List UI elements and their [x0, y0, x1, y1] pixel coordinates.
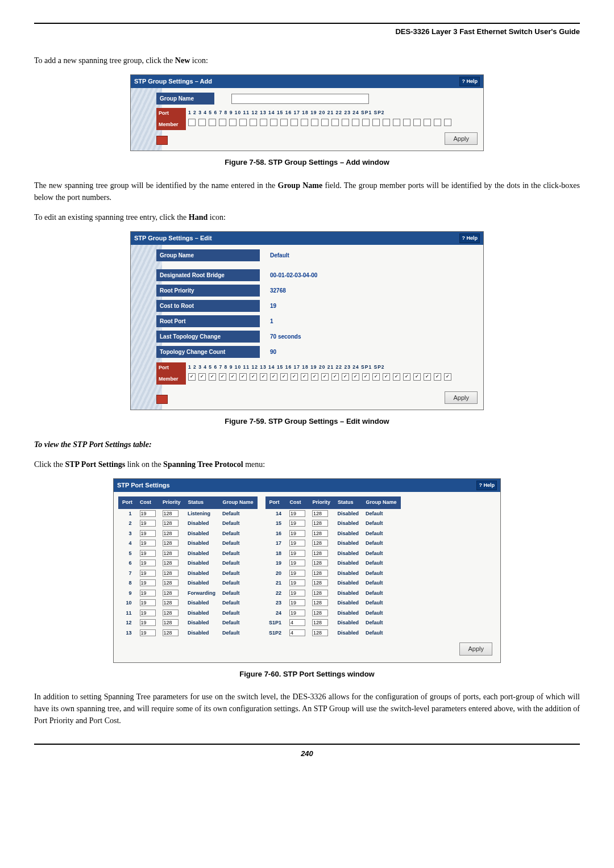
port-settings-right-table: PortCostPriorityStatusGroup Name14Disabl…: [265, 496, 401, 638]
priority-input[interactable]: [312, 610, 328, 616]
cost-input[interactable]: [140, 619, 156, 626]
intro-add-bold: New: [175, 56, 190, 65]
cost-input[interactable]: [140, 579, 156, 586]
intro-edit-post: icon:: [208, 213, 226, 222]
cost-input[interactable]: [289, 579, 305, 586]
priority-input[interactable]: [163, 510, 179, 517]
table-row: 16DisabledDefault: [265, 529, 400, 539]
header-rule: [34, 23, 580, 24]
apply-button[interactable]: Apply: [445, 391, 478, 404]
cost-input[interactable]: [140, 520, 156, 527]
stp-edit-panel: STP Group Settings – Edit ? Help Group N…: [130, 231, 484, 411]
apply-button[interactable]: Apply: [459, 642, 492, 656]
edit-row-value: 00-01-02-03-04-00: [260, 271, 478, 279]
cost-input[interactable]: [289, 619, 305, 626]
priority-input[interactable]: [163, 530, 179, 537]
priority-input[interactable]: [163, 619, 179, 626]
member-label: Member: [156, 119, 186, 131]
edit-row-value: 1: [260, 317, 478, 326]
cost-input[interactable]: [140, 570, 156, 577]
group-name-label: Group Name: [156, 93, 214, 105]
cost-input[interactable]: [289, 629, 305, 636]
help-button[interactable]: ? Help: [476, 481, 497, 491]
group-name-input[interactable]: [231, 94, 369, 104]
after-add: The new spanning tree group will be iden…: [34, 180, 580, 203]
cost-input[interactable]: [140, 530, 156, 537]
cost-input[interactable]: [289, 550, 305, 557]
cost-input[interactable]: [140, 550, 156, 557]
cost-input[interactable]: [289, 610, 305, 616]
view-line-b1: STP Port Settings: [65, 460, 125, 469]
priority-input[interactable]: [163, 520, 179, 527]
edit-row-label: Group Name: [156, 249, 260, 261]
cost-input[interactable]: [140, 560, 156, 566]
view-line-mid: link on the: [125, 460, 163, 469]
exit-icon[interactable]: [156, 395, 168, 404]
cost-input[interactable]: [289, 520, 305, 527]
priority-input[interactable]: [163, 590, 179, 596]
priority-input[interactable]: [312, 550, 328, 557]
edit-row-label: Last Topology Change: [156, 331, 260, 343]
cost-input[interactable]: [289, 590, 305, 596]
priority-input[interactable]: [312, 540, 328, 546]
help-button[interactable]: ? Help: [459, 77, 480, 87]
cost-input[interactable]: [140, 629, 156, 636]
priority-input[interactable]: [312, 599, 328, 606]
view-line-post: menu:: [243, 460, 265, 469]
table-row: 5DisabledDefault: [119, 549, 258, 559]
priority-input[interactable]: [163, 629, 179, 636]
priority-input[interactable]: [312, 520, 328, 527]
view-heading: To view the STP Port Settings table:: [34, 439, 580, 450]
help-button[interactable]: ? Help: [459, 233, 480, 244]
page-number: 240: [34, 744, 580, 760]
priority-input[interactable]: [312, 530, 328, 537]
priority-input[interactable]: [312, 629, 328, 636]
priority-input[interactable]: [312, 619, 328, 626]
table-row: 3DisabledDefault: [119, 529, 258, 539]
edit-row-label: Root Port: [156, 315, 260, 327]
cost-input[interactable]: [289, 510, 305, 517]
cost-input[interactable]: [140, 590, 156, 596]
view-line-b2: Spanning Tree Protocol: [163, 460, 243, 469]
table-row: 4DisabledDefault: [119, 539, 258, 549]
stp-add-panel: STP Group Settings – Add ? Help Group Na…: [130, 74, 484, 152]
cost-input[interactable]: [140, 610, 156, 616]
priority-input[interactable]: [312, 510, 328, 517]
cost-input[interactable]: [289, 540, 305, 546]
cost-input[interactable]: [140, 510, 156, 517]
cost-input[interactable]: [289, 530, 305, 537]
member-checkboxes[interactable]: [186, 118, 455, 127]
priority-input[interactable]: [163, 540, 179, 546]
priority-input[interactable]: [163, 579, 179, 586]
cost-input[interactable]: [289, 560, 305, 566]
priority-input[interactable]: [163, 550, 179, 557]
exit-icon[interactable]: [156, 136, 168, 145]
cost-input[interactable]: [289, 570, 305, 577]
cost-input[interactable]: [289, 599, 305, 606]
col-header: Priority: [309, 497, 334, 509]
cost-input[interactable]: [140, 540, 156, 546]
member-checkboxes[interactable]: [186, 372, 455, 382]
col-header: Group Name: [362, 497, 400, 509]
col-header: Status: [334, 497, 363, 509]
table-row: 8DisabledDefault: [119, 578, 258, 589]
col-header: Group Name: [219, 497, 257, 509]
edit-row-label: Root Priority: [156, 285, 260, 297]
col-header: Status: [184, 497, 219, 509]
priority-input[interactable]: [163, 610, 179, 616]
table-row: 1ListeningDefault: [119, 508, 258, 519]
priority-input[interactable]: [163, 599, 179, 606]
edit-row-value: 70 seconds: [260, 332, 478, 341]
edit-row-value: Default: [260, 251, 478, 260]
priority-input[interactable]: [312, 560, 328, 566]
priority-input[interactable]: [163, 570, 179, 577]
priority-input[interactable]: [312, 590, 328, 596]
table-row: 7DisabledDefault: [119, 569, 258, 579]
cost-input[interactable]: [140, 599, 156, 606]
edit-row-label: Cost to Root: [156, 300, 260, 312]
table-row: 10DisabledDefault: [119, 598, 258, 608]
priority-input[interactable]: [312, 570, 328, 577]
apply-button[interactable]: Apply: [445, 132, 478, 145]
priority-input[interactable]: [312, 579, 328, 586]
priority-input[interactable]: [163, 560, 179, 566]
